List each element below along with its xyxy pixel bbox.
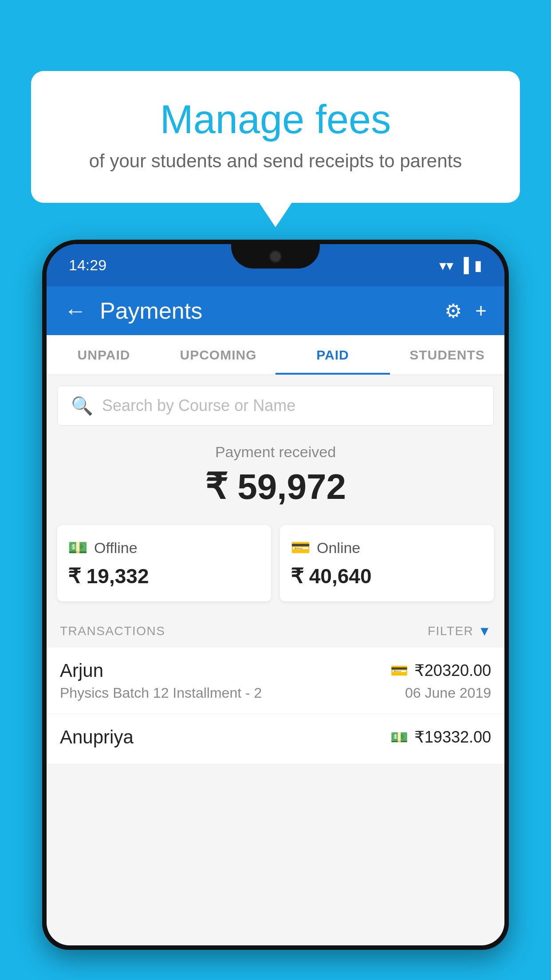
offline-card: 💵 Offline ₹ 19,332: [57, 525, 271, 601]
speech-bubble-title: Manage fees: [53, 98, 498, 142]
tab-paid[interactable]: PAID: [276, 335, 390, 375]
payment-total-amount: ₹ 59,972: [57, 466, 494, 507]
battery-icon: ▮: [474, 257, 482, 274]
search-bar[interactable]: 🔍 Search by Course or Name: [57, 386, 494, 426]
search-icon: 🔍: [71, 395, 93, 416]
offline-card-header: 💵 Offline: [68, 538, 260, 557]
signal-icon: ▐: [459, 257, 469, 273]
transaction-row-top: Anupriya 💵 ₹19332.00: [60, 727, 491, 748]
tab-unpaid[interactable]: UNPAID: [47, 335, 161, 375]
transactions-label: TRANSACTIONS: [60, 624, 165, 638]
transaction-amount-row: 💳 ₹20320.00: [390, 661, 491, 680]
search-input[interactable]: Search by Course or Name: [102, 396, 480, 415]
transactions-header: TRANSACTIONS FILTER ▼: [47, 615, 504, 648]
notch: [231, 244, 320, 269]
offline-amount: ₹ 19,332: [68, 564, 260, 588]
filter-label: FILTER: [428, 624, 473, 638]
camera: [269, 250, 282, 263]
add-icon[interactable]: +: [475, 300, 487, 322]
tab-students[interactable]: STUDENTS: [390, 335, 504, 375]
app-content: ← Payments ⚙ + UNPAID UPCOMING: [47, 286, 504, 945]
transaction-name: Anupriya: [60, 727, 134, 748]
speech-bubble: Manage fees of your students and send re…: [31, 71, 520, 203]
phone-frame: 14:29 ▾▾ ▐ ▮ ← Payments ⚙ +: [42, 240, 509, 980]
transaction-row-top: Arjun 💳 ₹20320.00: [60, 660, 491, 681]
page-title: Payments: [100, 297, 431, 324]
back-button[interactable]: ←: [64, 298, 87, 324]
speech-bubble-subtitle: of your students and send receipts to pa…: [53, 150, 498, 172]
filter-icon: ▼: [478, 624, 491, 639]
filter-button[interactable]: FILTER ▼: [428, 624, 491, 639]
status-bar: 14:29 ▾▾ ▐ ▮: [47, 244, 504, 286]
online-card-header: 💳 Online: [291, 538, 483, 557]
header-actions: ⚙ +: [445, 300, 487, 322]
transaction-amount: ₹20320.00: [414, 661, 491, 680]
transaction-payment-icon: 💵: [390, 729, 408, 746]
settings-icon[interactable]: ⚙: [445, 300, 462, 322]
status-icons: ▾▾ ▐ ▮: [439, 257, 482, 274]
offline-icon: 💵: [68, 538, 88, 557]
tabs-bar: UNPAID UPCOMING PAID STUDENTS: [47, 335, 504, 375]
table-row[interactable]: Arjun 💳 ₹20320.00 Physics Batch 12 Insta…: [47, 648, 504, 714]
online-amount: ₹ 40,640: [291, 564, 483, 588]
offline-label: Offline: [94, 539, 138, 557]
transaction-name: Arjun: [60, 660, 103, 681]
phone-body: 14:29 ▾▾ ▐ ▮ ← Payments ⚙ +: [42, 240, 509, 950]
transaction-course: Physics Batch 12 Installment - 2: [60, 685, 262, 701]
status-time: 14:29: [69, 257, 106, 274]
app-header: ← Payments ⚙ +: [47, 286, 504, 335]
tab-upcoming[interactable]: UPCOMING: [161, 335, 276, 375]
payment-summary: Payment received ₹ 59,972: [47, 426, 504, 521]
transaction-amount-row: 💵 ₹19332.00: [390, 728, 491, 747]
online-icon: 💳: [291, 538, 311, 557]
table-row[interactable]: Anupriya 💵 ₹19332.00: [47, 714, 504, 764]
transaction-row-bottom: Physics Batch 12 Installment - 2 06 June…: [60, 685, 491, 701]
payment-received-label: Payment received: [57, 443, 494, 461]
transaction-amount: ₹19332.00: [414, 728, 491, 747]
payment-cards: 💵 Offline ₹ 19,332 💳 Online ₹ 40,640: [47, 525, 504, 615]
online-card: 💳 Online ₹ 40,640: [280, 525, 494, 601]
wifi-icon: ▾▾: [439, 257, 453, 274]
online-label: Online: [317, 539, 360, 557]
transaction-date: 06 June 2019: [405, 685, 491, 701]
screen: 14:29 ▾▾ ▐ ▮ ← Payments ⚙ +: [47, 244, 504, 945]
transaction-payment-icon: 💳: [390, 662, 408, 679]
